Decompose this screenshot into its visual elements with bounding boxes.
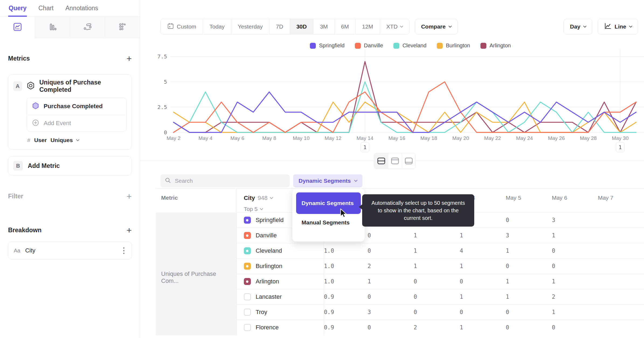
segment-name: Springfield [256,217,284,224]
day-value [598,213,644,228]
dropdown-option-manual-segments[interactable]: Manual Segments [296,214,361,231]
add-breakdown-plus-icon[interactable]: + [126,226,132,234]
add-event-row[interactable]: Add Event [27,115,126,131]
kebab-icon[interactable] [122,246,126,256]
day-value: 2 [414,320,460,335]
segment-checkbox[interactable] [244,247,251,254]
x-axis-tick: May 10 [293,135,309,141]
segments-mode-dropdown: Dynamic SegmentsManual Segments [292,188,365,242]
day-value: 1 [552,305,598,320]
segment-checkbox[interactable] [244,232,251,239]
metric-card-a[interactable]: A Uniques of Purchase Completed [8,74,132,150]
segment-checkbox[interactable] [244,324,251,331]
x-axis-tick: May 30 [612,135,628,141]
day-value: 0 [552,320,598,335]
day-value: 0 [552,243,598,259]
hexagon-icon [32,102,39,111]
day-value: 0 [414,274,460,289]
metric-cell: Uniques of Purchase Com... [156,213,237,335]
dropdown-option-dynamic-segments[interactable]: Dynamic Segments [296,192,361,214]
breakdown-section-title: Breakdown [8,227,41,234]
x-axis-tick: May 22 [484,135,501,141]
measure-aggregation[interactable]: Uniques [50,137,73,143]
x-axis-tick: May 14 [356,135,373,141]
day-value: 0 [460,305,506,320]
day-value: 1 [460,289,506,305]
segment-checkbox[interactable] [244,293,251,300]
layout-chart-only-button[interactable] [388,153,402,169]
day-value: 0 [506,305,552,320]
search-input[interactable] [175,178,285,184]
event-row[interactable]: Purchase Completed [27,98,126,115]
segment-name: Lancaster [256,293,282,300]
breakdown-item-city[interactable]: Aa City [8,242,132,259]
segment-checkbox[interactable] [244,217,251,224]
day-value [598,243,644,259]
day-value: 2 [368,259,414,274]
day-value: 1 [368,274,414,289]
day-column-header: May 7 [598,189,644,213]
filter-section-title: Filter [8,193,23,200]
add-metric-card[interactable]: B Add Metric [8,156,132,175]
tab-chart[interactable]: Chart [38,0,53,17]
chart-type-scatter-button[interactable] [105,17,140,38]
x-axis-tick: May 26 [548,135,565,141]
layout-table-only-button[interactable] [402,153,416,169]
group-name[interactable]: City [244,195,255,202]
metric-column-header: Metric [156,189,237,213]
measure-entity[interactable]: User [34,137,47,143]
metric-title: Uniques of Purchase Completed [39,79,127,93]
chart-type-line-button[interactable] [0,17,35,38]
sidebar-body: Metrics + A Uniques of Purchase Complete… [0,38,140,259]
line-chart[interactable]: 02.557.5May 2May 4May 6May 8May 10May 12… [140,0,644,156]
segments-mode-button[interactable]: Dynamic Segments [293,174,362,187]
segment-checkbox[interactable] [244,263,251,270]
x-axis-tick: May 18 [420,135,437,141]
tab-query[interactable]: Query [9,0,26,17]
tab-annotations[interactable]: Annotations [65,0,98,17]
avg-value: 1.0 [324,274,367,289]
add-metric-plus-icon[interactable]: + [126,54,132,62]
measure-type-icon: # [27,137,30,143]
day-value: 3 [552,213,598,228]
add-filter-plus-icon[interactable]: + [126,192,132,200]
day-value: 1 [552,274,598,289]
segment-checkbox[interactable] [244,278,251,285]
segment-checkbox[interactable] [244,309,251,316]
tooltip: Automatically select up to 50 segments t… [362,194,474,227]
segment-cell: Cleveland [237,243,324,259]
segment-name: Arlington [256,278,279,285]
chart-type-bar-button[interactable] [35,17,70,38]
day-value: 0 [368,289,414,305]
hexagon-target-icon [26,81,35,91]
x-axis-tick: May 20 [452,135,469,141]
metrics-section-title: Metrics [8,55,30,62]
annotation-badge[interactable]: 1 [361,142,369,152]
day-value: 0 [552,259,598,274]
property-type-icon: Aa [14,248,20,254]
metric-header-label: Metric [156,195,237,201]
day-value: 1 [506,274,552,289]
annotation-badge[interactable]: 1 [616,142,625,152]
day-value: 1 [414,228,460,243]
add-event-plus-icon [32,119,39,128]
layout-split-button[interactable] [374,153,388,169]
event-block: Purchase Completed Add Event [27,98,127,132]
day-value [598,259,644,274]
bar-chart-icon [48,22,57,33]
segment-name: Cleveland [256,247,282,254]
day-value [598,305,644,320]
segment-cell: Burlington [237,259,324,274]
avg-value: 1.0 [324,259,367,274]
top-n-label: Top 5 [244,206,258,212]
day-value: 0 [460,274,506,289]
day-value: 1 [460,259,506,274]
scatter-chart-icon [118,22,127,33]
day-value: 1 [552,228,598,243]
day-value: 0 [414,289,460,305]
day-value [598,320,644,335]
group-count: 948 [258,195,268,202]
x-axis-tick: May 28 [580,135,597,141]
day-value: 0 [506,259,552,274]
chart-type-stream-button[interactable] [70,17,105,38]
